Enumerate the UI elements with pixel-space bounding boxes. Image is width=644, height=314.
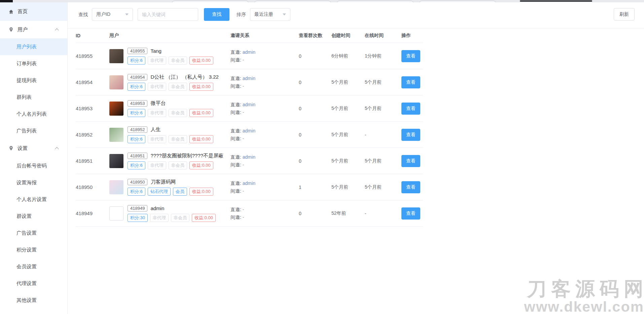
sidebar: 首页 用户 用户列表 订单列表 提现列表 群列表 个人名片列表 广告列表 设置 … <box>0 2 68 314</box>
avatar <box>109 154 123 168</box>
user-id-chip: 418953 <box>128 100 147 107</box>
view-count: 1 <box>299 185 331 190</box>
table-row: 418952 418952 人生 积分:6非代理非会员收益:0.00 直邀: a… <box>76 122 423 148</box>
sidebar-item-home[interactable]: 首页 <box>0 2 67 21</box>
view-button[interactable]: 查看 <box>401 129 420 141</box>
user-id: 418951 <box>76 158 109 164</box>
user-badges: 积分:6非代理非会员收益:0.00 <box>128 83 219 91</box>
browser-tab-title-fragment <box>520 0 592 2</box>
toolbar: 查找 用户ID 查找 排序 最近注册 刷新 <box>68 2 644 29</box>
user-badges: 积分:6非代理非会员收益:0.00 <box>128 161 223 169</box>
view-button[interactable]: 查看 <box>401 207 420 220</box>
online-time: - <box>365 211 401 216</box>
sidebar-item-card-list[interactable]: 个人名片列表 <box>0 106 67 122</box>
indirect-invite-label: 间邀: <box>230 188 243 194</box>
sort-select[interactable]: 最近注册 <box>250 8 290 21</box>
browser-tab[interactable] <box>336 1 414 2</box>
sidebar-item-agent-setting[interactable]: 代理设置 <box>0 275 67 292</box>
user-badge: 收益:0.00 <box>189 161 213 169</box>
indirect-invite-value: - <box>243 136 244 141</box>
sidebar-item-admin-password[interactable]: 后台帐号密码 <box>0 157 67 174</box>
table-row: 418949 418949 admin 积分:30非代理非会员收益:0.00 直… <box>76 200 423 227</box>
user-name: D公社 （江） （私人号） 3.22 <box>150 74 219 80</box>
indirect-invite-label: 间邀: <box>230 136 243 141</box>
user-badge: 非会员 <box>169 56 187 65</box>
chevron-down-icon <box>283 13 286 15</box>
created-time: 5个月前 <box>331 158 365 164</box>
browser-tab[interactable] <box>419 1 496 2</box>
sidebar-group-label: 设置 <box>17 145 28 152</box>
view-count: 0 <box>299 132 331 138</box>
search-field-value: 用户ID <box>96 11 110 17</box>
sidebar-item-other-setting[interactable]: 其他设置 <box>0 292 67 309</box>
search-button[interactable]: 查找 <box>204 8 229 21</box>
direct-invite-value: admin <box>243 49 255 55</box>
search-field-select[interactable]: 用户ID <box>92 8 133 21</box>
user-badge: 会员 <box>173 188 187 196</box>
user-badge: 积分:6 <box>128 188 145 196</box>
chevron-up-icon <box>55 147 59 151</box>
created-time: 5个月前 <box>331 132 365 138</box>
keyword-input[interactable] <box>138 8 198 21</box>
browser-tab-strip <box>0 0 644 2</box>
refresh-button[interactable]: 刷新 <box>614 8 635 21</box>
table-body: 418955 418955 Tang 积分:6非代理非会员收益:0.00 直邀:… <box>76 43 423 227</box>
view-count: 0 <box>299 211 331 216</box>
sidebar-group-settings[interactable]: 设置 <box>0 139 67 157</box>
view-button[interactable]: 查看 <box>401 155 420 167</box>
sidebar-item-poster-setting[interactable]: 设置海报 <box>0 174 67 191</box>
user-badge: 收益:0.00 <box>189 135 213 143</box>
indirect-invite-label: 间邀: <box>230 162 243 167</box>
sidebar-item-ad-list[interactable]: 广告列表 <box>0 122 67 139</box>
avatar <box>109 180 123 194</box>
sidebar-item-order-list[interactable]: 订单列表 <box>0 55 67 72</box>
invite-cell: 直邀: admin 间邀: - <box>230 75 299 90</box>
indirect-invite-value: - <box>243 188 244 194</box>
user-badge: 积分:30 <box>128 214 148 222</box>
user-cell: 418952 人生 积分:6非代理非会员收益:0.00 <box>109 126 230 143</box>
user-badges: 积分:6非代理非会员收益:0.00 <box>128 135 213 143</box>
view-button[interactable]: 查看 <box>401 76 420 88</box>
view-button[interactable]: 查看 <box>401 103 420 115</box>
direct-invite-label: 直邀: <box>230 102 243 107</box>
online-time: 5个月前 <box>365 106 401 112</box>
avatar <box>109 49 123 63</box>
table-row: 418953 418953 微平台 积分:6非代理非会员收益:0.00 直邀: … <box>76 95 423 122</box>
user-id: 418952 <box>76 132 109 138</box>
sidebar-item-ad-setting[interactable]: 广告设置 <box>0 225 67 241</box>
view-button[interactable]: 查看 <box>401 50 420 62</box>
sidebar-item-member-setting[interactable]: 会员设置 <box>0 258 67 275</box>
user-name: admin <box>150 205 164 211</box>
browser-tab[interactable] <box>254 1 331 2</box>
user-name: 微平台 <box>150 100 166 107</box>
sidebar-group-label: 用户 <box>17 27 28 33</box>
avatar <box>109 128 123 142</box>
user-badge: 非代理 <box>148 135 166 143</box>
sidebar-item-withdraw-list[interactable]: 提现列表 <box>0 72 67 89</box>
invite-cell: 直邀: admin 间邀: - <box>230 101 299 116</box>
user-id-chip: 418954 <box>128 74 147 80</box>
sidebar-item-card-setting[interactable]: 个人名片设置 <box>0 191 67 208</box>
created-time: 5个月前 <box>331 106 365 112</box>
sidebar-item-group-list[interactable]: 群列表 <box>0 89 67 106</box>
avatar <box>109 206 123 221</box>
indirect-invite-label: 间邀: <box>230 110 243 115</box>
user-id: 418953 <box>76 106 109 111</box>
user-badge: 积分:6 <box>128 83 145 91</box>
table-row: 418951 418951 ????朋友圈被限制????不是屏蔽 积分:6非代理… <box>76 148 423 174</box>
indirect-invite-value: - <box>243 162 244 167</box>
user-badge: 积分:6 <box>128 135 145 143</box>
user-badge: 非代理 <box>148 83 166 91</box>
sidebar-item-group-setting[interactable]: 群设置 <box>0 208 67 225</box>
sidebar-item-user-list[interactable]: 用户列表 <box>0 38 67 55</box>
user-cell: 418954 D公社 （江） （私人号） 3.22 积分:6非代理非会员收益:0… <box>109 74 230 91</box>
direct-invite-label: 直邀: <box>230 181 243 186</box>
sidebar-item-points-setting[interactable]: 积分设置 <box>0 241 67 258</box>
sidebar-group-users[interactable]: 用户 <box>0 21 67 38</box>
created-time: 5个月前 <box>331 184 365 190</box>
user-id-chip: 418949 <box>128 205 147 211</box>
online-time: 5个月前 <box>365 184 401 190</box>
invite-cell: 直邀: - 间邀: - <box>230 206 299 221</box>
view-button[interactable]: 查看 <box>401 181 420 193</box>
browser-tab[interactable] <box>172 1 249 2</box>
